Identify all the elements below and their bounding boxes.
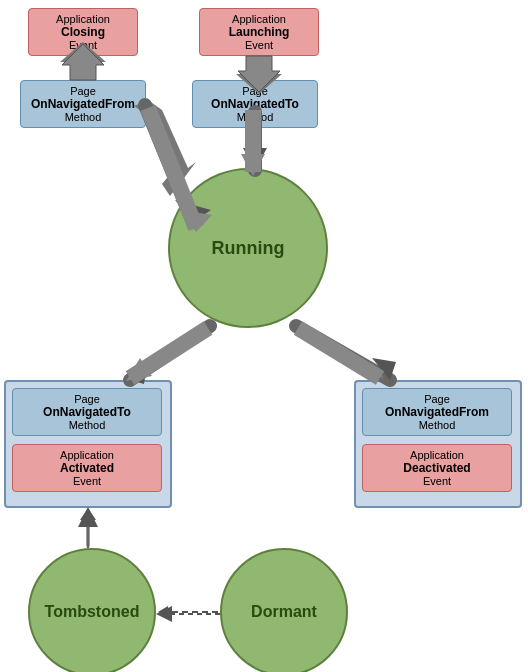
lifecycle-diagram: Application Closing Event Application La… bbox=[0, 0, 528, 672]
arrowhead-running-deactivated bbox=[372, 358, 396, 380]
app-closing-event: Application Closing Event bbox=[28, 8, 138, 56]
big-arrow-run-deactivated bbox=[298, 328, 380, 378]
app-deactivated-event: Application Deactivated Event bbox=[362, 444, 512, 492]
line-running-to-activated bbox=[130, 326, 210, 380]
arrowhead-tombstoned-activated bbox=[80, 508, 96, 520]
on-navigated-to-bottom: Page OnNavigatedTo Method bbox=[12, 388, 162, 436]
tombstoned-state: Tombstoned bbox=[28, 548, 156, 672]
app-launching-event: Application Launching Event bbox=[199, 8, 319, 56]
arrowhead-run-deactivated bbox=[370, 360, 384, 381]
running-state: Running bbox=[168, 168, 328, 328]
line-running-to-deactivated bbox=[296, 326, 390, 380]
arrowhead-run-activated bbox=[126, 358, 152, 381]
dormant-state: Dormant bbox=[220, 548, 348, 672]
big-arrow-run-activated bbox=[130, 328, 208, 378]
activated-container: Page OnNavigatedTo Method Application Ac… bbox=[4, 380, 172, 508]
arrowhead-dormant-tombstoned bbox=[158, 606, 168, 618]
deactivated-container: Page OnNavigatedFrom Method Application … bbox=[354, 380, 522, 508]
on-navigated-from-top: Page OnNavigatedFrom Method bbox=[20, 80, 146, 128]
app-activated-event: Application Activated Event bbox=[12, 444, 162, 492]
arrowhead-nav-to-running bbox=[243, 148, 267, 170]
on-navigated-from-bottom: Page OnNavigatedFrom Method bbox=[362, 388, 512, 436]
on-navigated-to-top: Page OnNavigatedTo Method bbox=[192, 80, 318, 128]
